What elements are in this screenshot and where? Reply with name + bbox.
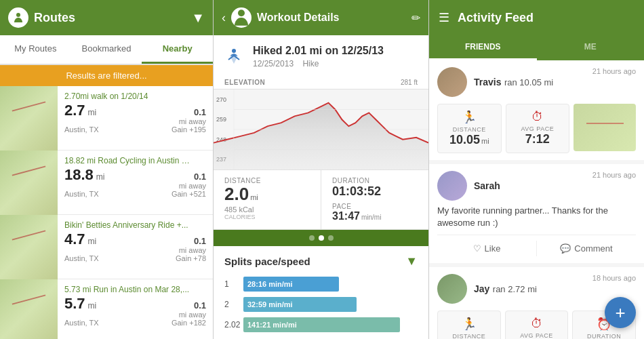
- route-distance: 4.7: [64, 231, 85, 247]
- workout-subtitle: 12/25/2013 Hike: [253, 59, 384, 68]
- travis-stats: 🏃 DISTANCE 10.05 mi ⏱ AVG PACE 7:12: [429, 104, 644, 160]
- svg-point-1: [238, 9, 245, 16]
- hike-icon: [224, 46, 243, 69]
- splits-table: 1 28:16 min/mi 2 32:59 min/mi 2.02 141:2…: [214, 274, 428, 339]
- filter-icon[interactable]: ▼: [191, 10, 205, 26]
- jay-pace-icon: ⏱: [511, 317, 563, 331]
- tab-my-routes[interactable]: My Routes: [0, 35, 71, 64]
- route-distance: 5.7: [64, 296, 85, 312]
- route-item[interactable]: Bikin' Betties Anniversary Ride +... 4.7…: [0, 215, 213, 279]
- dot-1[interactable]: [309, 235, 315, 241]
- feed-tabs: FRIENDS ME: [429, 35, 644, 60]
- away-unit: mi away: [179, 246, 206, 254]
- split-bar: 28:16 min/mi: [243, 277, 339, 292]
- away-unit: mi away: [179, 182, 206, 190]
- distance-away: 0.1: [179, 107, 206, 117]
- dot-3[interactable]: [328, 235, 334, 241]
- feed-tab-me[interactable]: ME: [537, 35, 645, 60]
- route-gain: Gain +521: [172, 190, 206, 198]
- app-logo-icon: [8, 7, 28, 28]
- route-away: 0.1 mi away: [179, 107, 206, 125]
- hamburger-icon[interactable]: ☰: [439, 10, 449, 25]
- travis-map-thumb: [573, 104, 636, 151]
- workout-title-area: Hiked 2.01 mi on 12/25/13 12/25/2013 Hik…: [214, 35, 428, 76]
- elevation-svg: [214, 89, 428, 170]
- split-row: 1 28:16 min/mi: [214, 274, 428, 294]
- jay-time: 18 hours ago: [592, 274, 636, 282]
- feed-tab-friends[interactable]: FRIENDS: [429, 35, 537, 60]
- dots-row: [214, 230, 428, 246]
- route-gain: Gain +78: [176, 254, 206, 262]
- comment-label: Comment: [574, 243, 612, 254]
- tab-nearby[interactable]: Nearby: [142, 35, 213, 64]
- route-name: Bikin' Betties Anniversary Ride +...: [64, 220, 190, 230]
- comment-button[interactable]: 💬 Comment: [537, 241, 636, 256]
- stat-duration: DURATION 01:03:52 PACE 31:47 min/mi: [321, 170, 428, 229]
- route-info: 2.70mi walk on 1/20/14 2.7 mi 0.1 mi awa…: [58, 86, 213, 150]
- route-map-thumb: [0, 279, 58, 339]
- route-info: Bikin' Betties Anniversary Ride +... 4.7…: [58, 215, 213, 279]
- routes-list[interactable]: 2.70mi walk on 1/20/14 2.7 mi 0.1 mi awa…: [0, 86, 213, 339]
- like-button[interactable]: ♡ Like: [437, 241, 537, 256]
- split-bar: 32:59 min/mi: [243, 297, 357, 312]
- splits-header: Splits pace/speed ▼: [214, 246, 428, 274]
- like-label: Like: [485, 243, 501, 254]
- feed-content[interactable]: Travis ran 10.05 mi 21 hours ago 🏃 DISTA…: [429, 60, 644, 339]
- travis-card: Travis ran 10.05 mi 21 hours ago 🏃 DISTA…: [429, 60, 644, 160]
- route-meta: Austin, TX Gain +195: [64, 125, 206, 134]
- jay-pace-stat: ⏱ AVG PACE —: [505, 311, 569, 339]
- split-bar: 141:21 min/mi: [243, 317, 400, 332]
- split-bar-wrap: 28:16 min/mi: [243, 277, 418, 292]
- split-row: 2 32:59 min/mi: [214, 294, 428, 315]
- filter-banner: Results are filtered...: [0, 65, 213, 86]
- route-distance: 2.7: [64, 102, 85, 119]
- distance-away: 0.1: [179, 300, 206, 311]
- split-bar-wrap: 32:59 min/mi: [243, 297, 418, 312]
- dot-2[interactable]: [319, 235, 324, 241]
- route-location: Austin, TX: [64, 125, 99, 134]
- split-number: 1: [224, 279, 238, 289]
- split-pace: 28:16 min/mi: [247, 280, 293, 288]
- edit-icon[interactable]: ✏: [411, 12, 420, 24]
- distance-away: 0.1: [179, 172, 206, 182]
- routes-tabs: My Routes Bookmarked Nearby: [0, 35, 213, 65]
- route-away: 0.1 mi away: [179, 300, 206, 319]
- sarah-time: 21 hours ago: [592, 171, 636, 179]
- split-number: 2: [224, 300, 238, 309]
- split-number: 2.02: [224, 320, 238, 330]
- distance-away: 0.1: [179, 236, 206, 246]
- sarah-comment: My favorite running partner... Thanks fo…: [437, 205, 636, 229]
- route-location: Austin, TX: [64, 319, 99, 327]
- travis-pace-stat: ⏱ AVG PACE 7:12: [506, 104, 570, 153]
- heart-icon: ♡: [473, 243, 481, 254]
- comment-icon: 💬: [560, 243, 571, 254]
- split-row: 2.02 141:21 min/mi: [214, 315, 428, 335]
- route-item[interactable]: 18.82 mi Road Cycling in Austin on... 18…: [0, 151, 213, 215]
- route-name: 5.73 mi Run in Austin on Mar 28,...: [64, 285, 190, 294]
- travis-avatar: [437, 67, 467, 97]
- route-name: 18.82 mi Road Cycling in Austin on...: [64, 156, 190, 165]
- route-meta: Austin, TX Gain +78: [64, 254, 206, 262]
- route-item[interactable]: 5.73 mi Run in Austin on Mar 28,... 5.7 …: [0, 279, 213, 339]
- route-meta: Austin, TX Gain +182: [64, 319, 206, 327]
- jay-name: Jay: [474, 283, 489, 294]
- feed-panel: ☰ Activity Feed FRIENDS ME Travis ran 10…: [429, 0, 644, 339]
- split-pace: 141:21 min/mi: [247, 321, 297, 329]
- comment-actions: ♡ Like 💬 Comment: [437, 235, 636, 256]
- sarah-card: Sarah 21 hours ago My favorite running p…: [429, 164, 644, 263]
- svg-point-2: [232, 49, 236, 53]
- jay-distance-icon: 🏃: [443, 317, 495, 332]
- workout-name: Hiked 2.01 mi on 12/25/13: [253, 45, 384, 57]
- back-icon[interactable]: ‹: [222, 11, 226, 25]
- sarah-avatar: [437, 171, 467, 201]
- jay-info: Jay ran 2.72 mi: [474, 283, 586, 295]
- splits-chevron[interactable]: ▼: [405, 254, 418, 268]
- route-distance: 18.8: [64, 167, 94, 183]
- elevation-value: 281 ft: [401, 79, 418, 87]
- route-item[interactable]: 2.70mi walk on 1/20/14 2.7 mi 0.1 mi awa…: [0, 86, 213, 151]
- tab-bookmarked[interactable]: Bookmarked: [71, 35, 142, 64]
- workout-logo-icon: [231, 7, 251, 28]
- sarah-info: Sarah: [474, 180, 586, 192]
- fab-button[interactable]: +: [605, 297, 636, 328]
- away-unit: mi away: [179, 117, 206, 125]
